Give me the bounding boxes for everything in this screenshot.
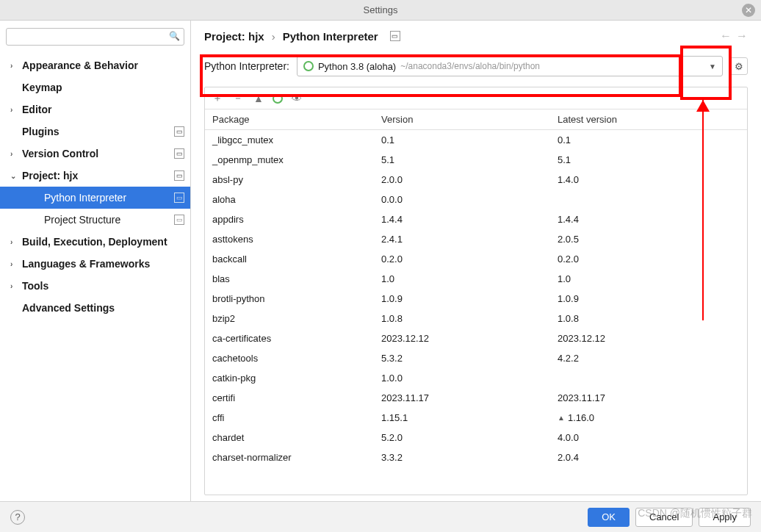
sidebar-item-tools[interactable]: ›Tools — [0, 275, 190, 297]
sidebar-item-plugins[interactable]: Plugins▭ — [0, 121, 190, 143]
search-input[interactable] — [6, 28, 184, 46]
package-name: ca-certificates — [205, 333, 381, 344]
package-row[interactable]: backcall0.2.00.2.0 — [205, 249, 747, 269]
remove-package-button[interactable]: － — [231, 92, 245, 105]
package-latest: 0.1 — [558, 134, 747, 145]
search-icon: 🔍 — [169, 31, 180, 41]
nav-arrows: ← → — [720, 29, 748, 43]
packages-table[interactable]: _libgcc_mutex0.10.1_openmp_mutex5.15.1ab… — [205, 130, 747, 495]
apply-button[interactable]: Apply — [699, 508, 751, 527]
sidebar-item-version-control[interactable]: ›Version Control▭ — [0, 143, 190, 165]
package-name: backcall — [205, 254, 381, 265]
interpreter-row: Python Interpreter: Python 3.8 (aloha) ~… — [204, 56, 748, 76]
sidebar-item-label: Editor — [22, 104, 184, 115]
chevron-icon: › — [10, 150, 19, 158]
package-version: 0.2.0 — [381, 254, 558, 265]
sidebar-item-project-hjx[interactable]: ⌄Project: hjx▭ — [0, 165, 190, 187]
sidebar-item-project-structure[interactable]: Project Structure▭ — [0, 209, 190, 231]
package-name: cachetools — [205, 353, 381, 364]
sidebar-item-label: Python Interpreter — [44, 192, 174, 204]
package-version: 1.0.0 — [381, 373, 558, 384]
package-name: catkin-pkg — [205, 373, 381, 384]
package-row[interactable]: ca-certificates2023.12.122023.12.12 — [205, 328, 747, 348]
nav-forward-icon[interactable]: → — [736, 29, 748, 43]
sidebar-item-label: Version Control — [22, 148, 174, 159]
sidebar-item-label: Plugins — [22, 126, 174, 137]
packages-panel: ＋ － ▲ 👁 Package Version Latest version _… — [204, 87, 748, 495]
window-title: Settings — [364, 4, 398, 15]
package-version: 2.0.0 — [381, 174, 558, 185]
interpreter-label: Python Interpreter: — [204, 60, 289, 72]
package-version: 5.1 — [381, 154, 558, 165]
sidebar-item-label: Build, Execution, Deployment — [22, 236, 184, 248]
package-row[interactable]: absl-py2.0.01.4.0 — [205, 170, 747, 190]
package-latest: ▲1.16.0 — [558, 412, 747, 423]
package-name: charset-normalizer — [205, 452, 381, 463]
package-name: certifi — [205, 392, 381, 403]
sidebar-item-appearance-behavior[interactable]: ›Appearance & Behavior — [0, 54, 190, 76]
nav-back-icon[interactable]: ← — [720, 29, 732, 43]
settings-tree: ›Appearance & BehaviorKeymap›EditorPlugi… — [0, 53, 190, 501]
package-version: 1.0.8 — [381, 313, 558, 324]
package-row[interactable]: bzip21.0.81.0.8 — [205, 309, 747, 328]
package-version: 0.0.0 — [381, 194, 558, 205]
python-icon — [303, 61, 314, 71]
package-row[interactable]: aloha0.0.0 — [205, 190, 747, 209]
package-name: bzip2 — [205, 313, 381, 324]
package-row[interactable]: catkin-pkg1.0.0 — [205, 368, 747, 388]
package-row[interactable]: _libgcc_mutex0.10.1 — [205, 130, 747, 150]
col-latest[interactable]: Latest version — [558, 114, 747, 125]
sidebar: 🔍 ›Appearance & BehaviorKeymap›EditorPlu… — [0, 21, 191, 501]
package-row[interactable]: cffi1.15.1▲1.16.0 — [205, 408, 747, 428]
package-version: 1.4.4 — [381, 214, 558, 225]
sidebar-item-build-execution-deployment[interactable]: ›Build, Execution, Deployment — [0, 231, 190, 253]
package-version: 5.2.0 — [381, 432, 558, 443]
package-row[interactable]: blas1.01.0 — [205, 269, 747, 289]
package-name: _libgcc_mutex — [205, 134, 381, 145]
interpreter-settings-button[interactable]: ⚙ — [730, 57, 748, 75]
package-row[interactable]: brotli-python1.0.91.0.9 — [205, 289, 747, 309]
col-version[interactable]: Version — [381, 114, 558, 125]
ok-button[interactable]: OK — [588, 508, 630, 527]
package-latest: 0.2.0 — [558, 254, 747, 265]
package-latest: 1.0 — [558, 273, 747, 284]
package-latest: 2023.12.12 — [558, 333, 747, 344]
scope-badge-icon: ▭ — [174, 148, 184, 159]
package-name: appdirs — [205, 214, 381, 225]
close-icon[interactable]: ✕ — [742, 4, 755, 17]
chevron-icon: › — [10, 62, 19, 70]
package-latest: 1.4.0 — [558, 174, 747, 185]
package-row[interactable]: chardet5.2.04.0.0 — [205, 428, 747, 447]
add-package-button[interactable]: ＋ — [211, 92, 224, 105]
sidebar-item-python-interpreter[interactable]: Python Interpreter▭ — [0, 187, 190, 209]
upgrade-available-icon: ▲ — [558, 414, 565, 422]
package-latest: 1.0.8 — [558, 313, 747, 324]
scope-badge-icon: ▭ — [174, 193, 184, 203]
sidebar-item-advanced-settings[interactable]: Advanced Settings — [0, 297, 190, 319]
package-row[interactable]: certifi2023.11.172023.11.17 — [205, 388, 747, 408]
refresh-icon[interactable] — [273, 93, 283, 104]
col-package[interactable]: Package — [205, 114, 381, 125]
annotation-arrow-line — [702, 100, 704, 320]
interpreter-dropdown[interactable]: Python 3.8 (aloha) ~/anaconda3/envs/aloh… — [297, 56, 723, 76]
sidebar-item-label: Advanced Settings — [22, 302, 184, 314]
search-wrap: 🔍 — [0, 21, 190, 53]
show-early-releases-button[interactable]: 👁 — [290, 93, 303, 104]
package-row[interactable]: _openmp_mutex5.15.1 — [205, 150, 747, 170]
scope-badge-icon: ▭ — [390, 31, 400, 41]
chevron-icon: › — [10, 260, 19, 268]
sidebar-item-languages-frameworks[interactable]: ›Languages & Frameworks — [0, 253, 190, 275]
sidebar-item-keymap[interactable]: Keymap — [0, 76, 190, 98]
package-name: _openmp_mutex — [205, 154, 381, 165]
package-row[interactable]: cachetools5.3.24.2.2 — [205, 348, 747, 368]
package-row[interactable]: charset-normalizer3.3.22.0.4 — [205, 447, 747, 467]
help-button[interactable]: ? — [10, 510, 25, 525]
sidebar-item-editor[interactable]: ›Editor — [0, 98, 190, 121]
scope-badge-icon: ▭ — [174, 126, 184, 137]
cancel-button[interactable]: Cancel — [635, 508, 693, 527]
package-latest: 4.2.2 — [558, 353, 747, 364]
footer: ? OK Cancel Apply — [0, 501, 761, 532]
upgrade-package-button[interactable]: ▲ — [252, 93, 265, 104]
package-row[interactable]: appdirs1.4.41.4.4 — [205, 209, 747, 229]
package-row[interactable]: asttokens2.4.12.0.5 — [205, 229, 747, 249]
